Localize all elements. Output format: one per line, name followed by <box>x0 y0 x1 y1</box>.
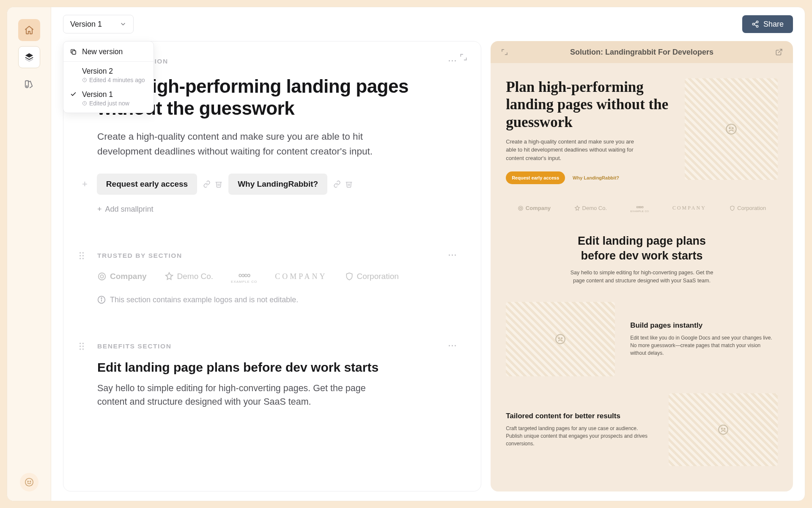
nav-layers[interactable] <box>18 46 40 68</box>
landing-subhead[interactable]: Create a high-quality content and make s… <box>97 130 402 159</box>
add-smallprint[interactable]: + Add smallprint <box>97 205 457 214</box>
trusted-section-label: TRUSTED BY SECTION ··· <box>97 252 457 260</box>
share-label: Share <box>763 20 784 29</box>
svg-point-38 <box>732 128 733 129</box>
cta-secondary-chip[interactable]: Why LandingRabbit? <box>228 174 327 195</box>
check-icon <box>70 91 77 97</box>
svg-point-45 <box>721 428 722 429</box>
pv-cta-secondary: Why LandingRabbit? <box>573 175 619 180</box>
cta-primary-chip[interactable]: Request early access <box>97 174 197 195</box>
editor-expand[interactable] <box>457 51 470 64</box>
pv-feature1-h: Build pages instantly <box>630 321 778 330</box>
pv-logo-corporation: Corporation <box>730 205 766 211</box>
version-selector[interactable]: Version 1 <box>63 15 134 33</box>
svg-point-24 <box>99 273 106 280</box>
pv-logo-company: Company <box>518 205 551 211</box>
logo-company: Company <box>97 272 147 281</box>
nav-home[interactable] <box>18 19 40 41</box>
section-more-icon[interactable]: ··· <box>448 57 457 66</box>
version-dropdown: New version Version 2 Edited 4 minutes a… <box>63 41 154 113</box>
cta1-link-icon[interactable] <box>203 180 211 188</box>
section-more-icon[interactable]: ··· <box>448 251 457 260</box>
preview-expand[interactable] <box>499 47 510 58</box>
image-placeholder-icon <box>725 123 737 135</box>
dropdown-new-version[interactable]: New version <box>63 44 154 60</box>
benefits-headline[interactable]: Edit landing page plans before dev work … <box>97 360 457 375</box>
pv-benefits-title: Edit landing page plans before dev work … <box>566 234 718 263</box>
dd-v1-meta: Edited just now <box>82 100 129 107</box>
nav-swatch[interactable] <box>18 73 40 95</box>
svg-point-41 <box>556 334 565 344</box>
copy-icon <box>70 48 77 55</box>
svg-point-3 <box>30 481 30 482</box>
pv-hero-headline: Plan high-performing landing pages witho… <box>506 78 672 131</box>
preview-open-external[interactable] <box>774 47 785 58</box>
pv-feature2-p: Craft targeted landing pages for any use… <box>506 425 653 447</box>
expand-icon <box>459 53 468 61</box>
svg-point-22 <box>80 258 81 259</box>
dropdown-separator <box>63 61 154 62</box>
dd-new-version-label: New version <box>82 47 123 56</box>
share-icon <box>752 20 759 28</box>
info-icon <box>97 295 106 304</box>
svg-point-20 <box>80 255 81 256</box>
trusted-info-note: This section contains example logos and … <box>97 295 457 304</box>
preview-panel: Solution: Landingrabbit For Developers P… <box>491 41 793 491</box>
pv-feature1-p: Edit text like you do in Google Docs and… <box>630 334 778 357</box>
svg-rect-9 <box>72 51 76 55</box>
sidebar-rail <box>7 7 51 501</box>
image-placeholder-icon <box>555 334 566 345</box>
pv-feature-1: Build pages instantly Edit text like you… <box>506 302 778 376</box>
share-button[interactable]: Share <box>742 15 793 33</box>
pv-hero-sub: Create a high-quality content and make s… <box>506 138 637 163</box>
dropdown-version-2[interactable]: Version 2 Edited 4 minutes ago <box>63 64 154 87</box>
add-cta-icon[interactable]: + <box>82 179 88 190</box>
plus-icon: + <box>97 205 102 214</box>
svg-point-46 <box>724 428 725 429</box>
svg-line-7 <box>754 22 756 24</box>
pv-hero-image-placeholder <box>685 78 778 180</box>
dropdown-version-1[interactable]: Version 1 Edited just now <box>63 87 154 110</box>
feedback-button[interactable] <box>20 473 38 491</box>
pv-feature2-h: Tailored content for better results <box>506 412 653 420</box>
svg-point-30 <box>82 342 84 344</box>
svg-point-31 <box>80 345 81 347</box>
cta2-link-icon[interactable] <box>333 180 341 188</box>
preview-header: Solution: Landingrabbit For Developers <box>491 41 793 63</box>
svg-point-44 <box>719 425 728 434</box>
svg-point-1 <box>25 478 33 486</box>
dd-v2-meta: Edited 4 minutes ago <box>82 77 145 83</box>
section-more-icon[interactable]: ··· <box>448 342 457 351</box>
topbar: Version 1 Share New version <box>51 7 805 41</box>
svg-line-35 <box>779 49 782 52</box>
svg-point-43 <box>561 338 562 339</box>
svg-point-32 <box>82 345 84 347</box>
svg-point-42 <box>559 338 560 339</box>
cta-row: + Request early access Why LandingRabbit… <box>97 174 457 195</box>
pv-feature-2: Tailored content for better results Craf… <box>506 393 778 466</box>
dd-v1-label: Version 1 <box>82 90 129 99</box>
pv-feature1-image <box>506 302 615 376</box>
svg-point-40 <box>520 207 522 210</box>
logo-example: ∞∞EXAMPLE CO <box>231 270 257 284</box>
clock-icon <box>82 77 87 83</box>
cta2-delete-icon[interactable] <box>345 180 353 188</box>
svg-point-21 <box>82 255 84 256</box>
version-label: Version 1 <box>70 20 102 29</box>
pv-logo-example: ∞∞EXAMPLE CO <box>630 204 649 213</box>
logo-demo: Demo Co. <box>165 272 214 281</box>
svg-point-25 <box>100 275 103 278</box>
pv-feature2-image <box>669 393 778 466</box>
svg-point-0 <box>26 86 27 87</box>
trusted-logos: Company Demo Co. ∞∞EXAMPLE CO COMPANY Co… <box>97 270 457 284</box>
benefits-subhead[interactable]: Say hello to simple editing for high-con… <box>97 381 385 409</box>
dd-v2-label: Version 2 <box>82 67 145 76</box>
svg-point-2 <box>27 481 28 482</box>
drag-handle-icon[interactable] <box>79 342 85 350</box>
drag-handle-icon[interactable] <box>79 252 85 260</box>
cta1-delete-icon[interactable] <box>215 180 222 188</box>
svg-point-33 <box>80 348 81 350</box>
svg-point-39 <box>518 206 523 211</box>
svg-point-18 <box>80 252 81 253</box>
pv-benefits-sub: Say hello to simple editing for high-con… <box>570 269 714 285</box>
